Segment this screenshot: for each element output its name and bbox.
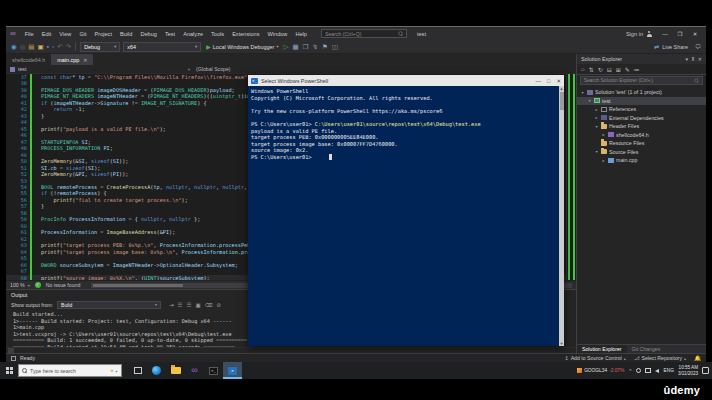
- tree-item-references[interactable]: ▸References: [577, 105, 706, 114]
- show-all-files-icon[interactable]: ⊞: [616, 66, 621, 73]
- solution-explorer-search-input[interactable]: Search Solution Explorer (Ctrl+;): [580, 76, 703, 85]
- clear-all-icon[interactable]: ⌫: [205, 302, 213, 308]
- attach-icon[interactable]: ↯: [313, 43, 318, 50]
- local-windows-debugger-button[interactable]: ▶ Local Windows Debugger ▾: [204, 43, 280, 50]
- preview-icon[interactable]: ≔: [634, 66, 640, 73]
- undo-icon[interactable]: ↶: [57, 43, 62, 50]
- menu-edit[interactable]: Edit: [38, 30, 56, 38]
- menu-tools[interactable]: Tools: [207, 30, 228, 38]
- close-tab-icon[interactable]: ✕: [83, 57, 87, 63]
- powershell-minimize-button[interactable]: —: [536, 78, 542, 84]
- live-share-button[interactable]: ⇄ Live Share 🗩: [654, 43, 701, 50]
- start-button[interactable]: [0, 362, 18, 379]
- tree-item-test[interactable]: ▾test: [577, 97, 706, 106]
- properties-icon[interactable]: ✎: [625, 66, 630, 73]
- new-project-icon[interactable]: ▤: [28, 43, 34, 50]
- editor-overview-ruler[interactable]: [566, 74, 576, 280]
- taskbar-app-visual-studio[interactable]: ∞: [185, 362, 204, 379]
- navigate-backward-icon[interactable]: ◉: [11, 43, 17, 50]
- menu-project[interactable]: Project: [91, 30, 116, 38]
- open-file-icon[interactable]: ▣: [38, 43, 44, 50]
- expander-icon[interactable]: ▸: [594, 107, 599, 112]
- select-repository-button[interactable]: ⎇ Select Repository ▴: [634, 355, 686, 361]
- tree-item-solution-test-1-of-1-project-[interactable]: ▾Solution 'test' (1 of 1 project): [577, 88, 706, 97]
- menu-extensions[interactable]: Extensions: [228, 30, 263, 38]
- scroll-up-icon[interactable]: ▲: [559, 86, 564, 91]
- zoom-level-dropdown[interactable]: 100 % ▾: [10, 282, 30, 288]
- navigate-forward-icon[interactable]: ◎: [20, 43, 26, 50]
- menu-analyze[interactable]: Analyze: [179, 30, 207, 38]
- previous-message-icon[interactable]: ☰: [178, 302, 183, 308]
- taskbar-app-task-view[interactable]: [128, 362, 147, 379]
- home-icon[interactable]: ⌂: [581, 66, 585, 72]
- expander-icon[interactable]: ▸: [594, 115, 599, 120]
- expander-icon[interactable]: ▸: [601, 132, 606, 137]
- feedback-icon[interactable]: 🗩: [695, 44, 701, 50]
- copy-output-icon[interactable]: ▣: [196, 302, 201, 308]
- switch-views-icon[interactable]: ⇅: [589, 66, 594, 73]
- menu-build[interactable]: Build: [116, 30, 136, 38]
- taskbar-app-powershell[interactable]: >: [223, 362, 242, 379]
- quick-search-input[interactable]: Search (Ctrl+Q): [321, 29, 407, 38]
- breadcrumb-project-dropdown[interactable]: test ▾: [10, 66, 190, 72]
- toggle-word-wrap-icon[interactable]: ⊘: [217, 302, 222, 308]
- refresh-icon[interactable]: ↻: [598, 66, 603, 73]
- expander-icon[interactable]: ▾: [594, 149, 599, 154]
- powershell-scrollbar[interactable]: ▲ ▼: [559, 86, 564, 346]
- expander-icon[interactable]: ▾: [594, 124, 599, 129]
- network-icon[interactable]: [645, 368, 651, 373]
- window-layout-icon[interactable]: ❐: [303, 43, 309, 50]
- powershell-console[interactable]: Windows PowerShellCopyright (C) Microsof…: [248, 86, 559, 346]
- menu-git[interactable]: Git: [75, 30, 90, 38]
- platform-dropdown[interactable]: x64 ▾: [123, 42, 201, 52]
- taskbar-search-input[interactable]: Type here to search ✦✦: [18, 364, 122, 377]
- menu-view[interactable]: View: [55, 30, 75, 38]
- notifications-bell-icon[interactable]: 🔔: [694, 355, 701, 361]
- powershell-close-button[interactable]: ✕: [556, 78, 561, 84]
- dropdown-icon[interactable]: ▾: [686, 56, 689, 62]
- tab-shellcode64.h[interactable]: shellcode64.h: [6, 54, 51, 65]
- menu-file[interactable]: File: [21, 30, 38, 38]
- bookmark-icon[interactable]: ◫: [332, 43, 338, 50]
- taskbar-app-file-explorer[interactable]: [166, 362, 185, 379]
- configuration-dropdown[interactable]: Debug ▾: [80, 42, 120, 52]
- output-source-dropdown[interactable]: Build ▾: [57, 301, 161, 309]
- clock[interactable]: 10:55 AM 3/11/2023: [678, 365, 698, 376]
- find-icon[interactable]: ⚑: [322, 43, 328, 50]
- sign-in-button[interactable]: Sign in: [626, 31, 652, 37]
- add-to-source-control-button[interactable]: ↥ Add to Source Control ▴: [564, 355, 625, 361]
- menu-test[interactable]: Test: [161, 30, 179, 38]
- expander-icon[interactable]: ▾: [587, 98, 592, 103]
- collapse-all-icon[interactable]: ⊟: [607, 66, 612, 73]
- scroll-down-icon[interactable]: ▼: [559, 341, 564, 346]
- menu-debug[interactable]: Debug: [136, 30, 160, 38]
- tree-item-header-files[interactable]: ▾Header Files: [577, 122, 706, 131]
- save-all-icon[interactable]: ▫: [52, 43, 54, 50]
- pin-icon[interactable]: ⊼: [691, 56, 695, 62]
- tree-item-main.cpp[interactable]: ▸main.cpp: [577, 156, 706, 165]
- menu-help[interactable]: Help: [291, 30, 311, 38]
- action-center-icon[interactable]: [702, 367, 709, 374]
- maximize-button[interactable]: ❐: [673, 28, 687, 39]
- expander-icon[interactable]: ▾: [580, 90, 585, 95]
- redo-icon[interactable]: ↷: [66, 43, 71, 50]
- powershell-maximize-button[interactable]: □: [547, 78, 550, 84]
- go-to-message-icon[interactable]: ⇥: [169, 302, 174, 308]
- minimize-button[interactable]: —: [658, 28, 672, 39]
- taskbar-app-terminal[interactable]: >_: [204, 362, 223, 379]
- next-message-icon[interactable]: ☰: [187, 302, 192, 308]
- tree-item-source-files[interactable]: ▾Source Files: [577, 148, 706, 157]
- expander-icon[interactable]: ▸: [601, 158, 606, 163]
- stock-ticker-widget[interactable]: GOOGL34 -2.07%: [577, 368, 624, 373]
- tree-item-shellcode64.h[interactable]: ▸shellcode64.h: [577, 131, 706, 140]
- hidden-icons-chevron[interactable]: ⌃: [628, 368, 632, 374]
- start-without-debugging-icon[interactable]: ▷: [284, 43, 289, 50]
- menu-window[interactable]: Window: [264, 30, 292, 38]
- breadcrumb-scope-dropdown[interactable]: (Global Scope): [196, 66, 231, 72]
- close-button[interactable]: ✕: [688, 28, 702, 39]
- volume-icon[interactable]: [655, 369, 659, 373]
- taskbar-app-edge[interactable]: [147, 362, 166, 379]
- tree-item-resource-files[interactable]: Resource Files: [577, 139, 706, 148]
- language-indicator[interactable]: ENG: [663, 368, 673, 373]
- tray-app-icon[interactable]: [636, 368, 641, 373]
